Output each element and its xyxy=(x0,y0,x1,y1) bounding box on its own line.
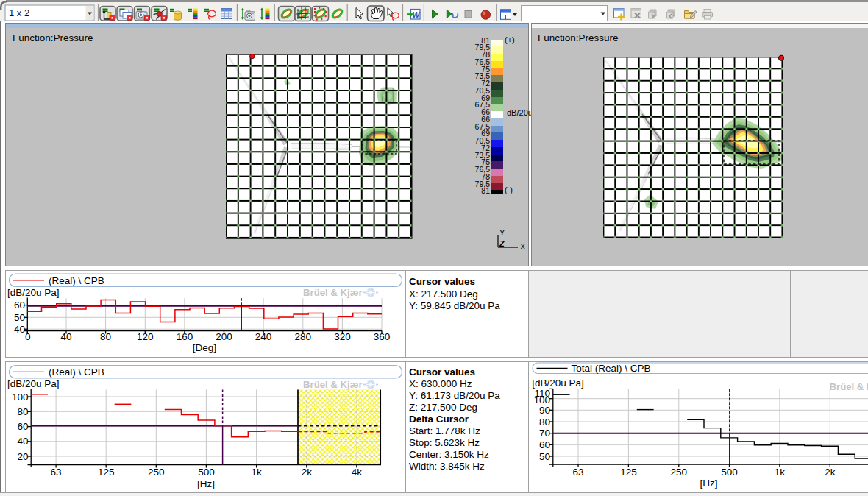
svg-text:40: 40 xyxy=(17,436,28,447)
svg-text:280: 280 xyxy=(295,331,312,342)
svg-text:50: 50 xyxy=(14,312,25,323)
svg-text:60: 60 xyxy=(538,439,549,450)
svg-text:60: 60 xyxy=(14,300,25,311)
svg-text:70: 70 xyxy=(538,428,549,439)
svg-text:4k: 4k xyxy=(352,467,363,478)
svg-text:60: 60 xyxy=(17,421,28,432)
svg-text:160: 160 xyxy=(177,331,193,342)
svg-text:120: 120 xyxy=(137,331,154,342)
svg-text:100: 100 xyxy=(533,394,550,405)
svg-text:1k: 1k xyxy=(251,467,262,478)
svg-text:[Hz]: [Hz] xyxy=(700,478,717,489)
svg-text:[dB/20u Pa]: [dB/20u Pa] xyxy=(7,287,60,298)
svg-text:(Real) \ CPB: (Real) \ CPB xyxy=(49,275,104,286)
svg-text:80: 80 xyxy=(17,406,28,417)
svg-text:0: 0 xyxy=(25,331,31,342)
svg-text:[Hz]: [Hz] xyxy=(197,478,215,489)
svg-text:2k: 2k xyxy=(825,467,836,478)
svg-text:Y: Y xyxy=(499,228,505,237)
svg-text:90: 90 xyxy=(538,405,549,416)
svg-text:500: 500 xyxy=(721,467,738,478)
svg-text:20: 20 xyxy=(17,451,28,462)
svg-text:80: 80 xyxy=(100,331,111,342)
svg-text:240: 240 xyxy=(255,331,272,342)
svg-text:40: 40 xyxy=(14,324,25,335)
svg-text:200: 200 xyxy=(216,331,232,342)
svg-text:(Real) \ CPB: (Real) \ CPB xyxy=(49,366,104,378)
svg-text:320: 320 xyxy=(334,331,351,342)
svg-text:W: W xyxy=(413,10,421,19)
svg-text:50: 50 xyxy=(538,451,549,462)
svg-text:1k: 1k xyxy=(774,467,785,478)
svg-text:X: X xyxy=(520,242,526,251)
svg-text:[dB/20u Pa]: [dB/20u Pa] xyxy=(532,378,584,389)
svg-text:100: 100 xyxy=(12,392,29,403)
svg-text:125: 125 xyxy=(620,467,637,478)
svg-text:63: 63 xyxy=(51,467,62,478)
svg-text:250: 250 xyxy=(670,467,687,478)
svg-text:Brüel & Kjær: Brüel & Kjær xyxy=(303,379,363,390)
svg-text:Z: Z xyxy=(499,239,505,248)
svg-text:1 x 2: 1 x 2 xyxy=(9,7,29,18)
svg-text:[dB/20u Pa]: [dB/20u Pa] xyxy=(7,378,60,389)
svg-text:Brüel & Kjær: Brüel & Kjær xyxy=(303,287,363,298)
svg-text:500: 500 xyxy=(198,467,215,478)
svg-text:80: 80 xyxy=(538,417,549,428)
svg-text:Total (Real) \ CPB: Total (Real) \ CPB xyxy=(571,363,650,374)
svg-text:360: 360 xyxy=(374,331,391,342)
svg-text:125: 125 xyxy=(98,467,115,478)
svg-text:63: 63 xyxy=(572,467,583,478)
svg-text:2k: 2k xyxy=(302,467,313,478)
svg-text:250: 250 xyxy=(148,467,165,478)
svg-text:40: 40 xyxy=(60,331,71,342)
svg-text:Brüel & K: Brüel & K xyxy=(829,381,868,392)
svg-text:[Deg]: [Deg] xyxy=(193,342,216,353)
